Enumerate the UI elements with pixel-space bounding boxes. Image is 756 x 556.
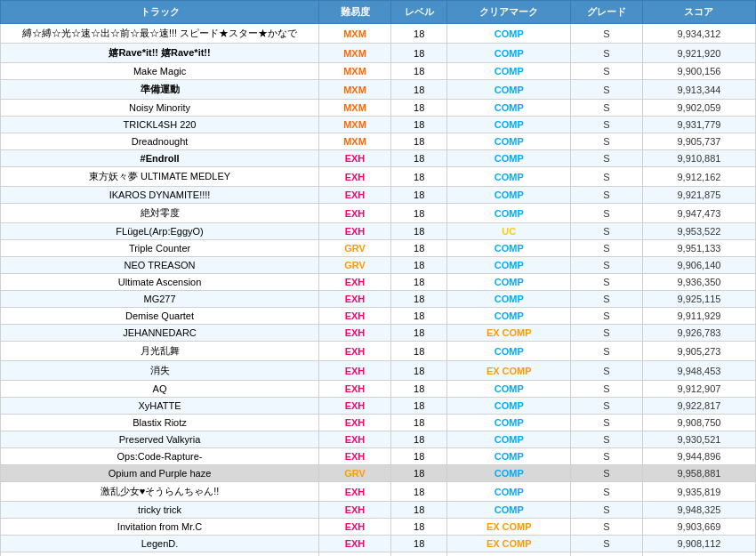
clear-mark: COMP (447, 465, 571, 482)
score: 9,944,896 (642, 448, 755, 465)
clear-mark: COMP (447, 308, 571, 325)
header-grade: グレード (571, 1, 643, 24)
score: 9,911,929 (642, 308, 755, 325)
grade: S (571, 536, 643, 552)
table-row: Preserved ValkyriaEXH18COMPS9,930,521 (1, 431, 756, 448)
score: 9,930,521 (642, 431, 755, 448)
table-row: 嬉Rave*it!! 嬉Rave*it!!MXM18COMPS9,921,920 (1, 44, 756, 63)
grade: S (571, 223, 643, 240)
clear-mark: COMP (447, 381, 571, 398)
grade: S (571, 415, 643, 431)
score: 9,922,817 (642, 398, 755, 415)
difficulty: MXM (319, 133, 391, 150)
track-name: Noisy Minority (1, 100, 319, 117)
difficulty: EXH (319, 342, 391, 361)
track-name: 月光乱舞 (1, 342, 319, 361)
level: 18 (390, 325, 447, 342)
difficulty: EXH (319, 361, 391, 381)
grade: S (571, 308, 643, 325)
grade: S (571, 482, 643, 502)
clear-mark: COMP (447, 24, 571, 44)
difficulty: EXH (319, 204, 391, 223)
grade: S (571, 117, 643, 133)
clear-mark: COMP (447, 44, 571, 63)
level: 18 (390, 482, 447, 502)
track-name: 東方妖々夢 ULTIMATE MEDLEY (1, 167, 319, 187)
level: 18 (390, 223, 447, 240)
clear-mark: COMP (447, 274, 571, 291)
difficulty: MXM (319, 117, 391, 133)
score: 9,925,115 (642, 291, 755, 308)
difficulty: MXM (319, 63, 391, 80)
difficulty: MXM (319, 24, 391, 44)
level: 18 (390, 133, 447, 150)
score: 9,903,669 (642, 519, 755, 536)
track-name: 嬉Rave*it!! 嬉Rave*it!! (1, 44, 319, 63)
table-row: Ultimate AscensionEXH18COMPS9,936,350 (1, 274, 756, 291)
difficulty: MXM (319, 100, 391, 117)
table-row: Demise QuartetEXH18COMPS9,911,929 (1, 308, 756, 325)
difficulty: EXH (319, 187, 391, 204)
score: 9,905,273 (642, 342, 755, 361)
difficulty: EXH (319, 415, 391, 431)
grade: S (571, 431, 643, 448)
track-name: Blastix Riotz (1, 415, 319, 431)
difficulty: GRV (319, 257, 391, 274)
clear-mark: COMP (447, 117, 571, 133)
header-track: トラック (1, 1, 319, 24)
level: 18 (390, 291, 447, 308)
difficulty: EXH (319, 381, 391, 398)
grade: S (571, 342, 643, 361)
track-name: TRICKL4SH 220 (1, 117, 319, 133)
score: 9,908,112 (642, 536, 755, 552)
clear-mark: COMP (447, 448, 571, 465)
level: 18 (390, 274, 447, 291)
level: 18 (390, 80, 447, 100)
score: 9,934,312 (642, 24, 755, 44)
clear-mark: COMP (447, 342, 571, 361)
level: 18 (390, 519, 447, 536)
score: 9,926,783 (642, 325, 755, 342)
clear-mark: UC (447, 223, 571, 240)
difficulty: EXH (319, 448, 391, 465)
grade: S (571, 63, 643, 80)
table-row: 激乱少女♥そうらんちゃん!!EXH18COMPS9,935,819 (1, 482, 756, 502)
grade: S (571, 381, 643, 398)
table-row: 消失EXH18EX COMPS9,948,453 (1, 361, 756, 381)
clear-mark: COMP (447, 257, 571, 274)
clear-mark: COMP (447, 398, 571, 415)
score: 9,951,133 (642, 240, 755, 257)
table-row: VILE CATEXH18COMPS9,954,971 (1, 552, 756, 557)
level: 18 (390, 204, 447, 223)
grade: S (571, 167, 643, 187)
table-row: Blastix RiotzEXH18COMPS9,908,750 (1, 415, 756, 431)
table-row: Triple CounterGRV18COMPS9,951,133 (1, 240, 756, 257)
track-name: Ultimate Ascension (1, 274, 319, 291)
difficulty: EXH (319, 502, 391, 519)
grade: S (571, 133, 643, 150)
table-row: DreadnoughtMXM18COMPS9,905,737 (1, 133, 756, 150)
table-row: JEHANNEDARCEXH18EX COMPS9,926,783 (1, 325, 756, 342)
grade: S (571, 325, 643, 342)
track-name: Triple Counter (1, 240, 319, 257)
level: 18 (390, 63, 447, 80)
table-row: 縛☆縛☆光☆速☆出☆前☆最☆速!!! スピード★スター★かなでMXM18COMP… (1, 24, 756, 44)
table-row: 東方妖々夢 ULTIMATE MEDLEYEXH18COMPS9,912,162 (1, 167, 756, 187)
difficulty: EXH (319, 274, 391, 291)
grade: S (571, 552, 643, 557)
track-name: tricky trick (1, 502, 319, 519)
score: 9,948,453 (642, 361, 755, 381)
clear-mark: COMP (447, 552, 571, 557)
header-diff: 難易度 (319, 1, 391, 24)
difficulty: EXH (319, 308, 391, 325)
level: 18 (390, 187, 447, 204)
difficulty: EXH (319, 150, 391, 167)
track-name: 縛☆縛☆光☆速☆出☆前☆最☆速!!! スピード★スター★かなで (1, 24, 319, 44)
track-name: FLügeL(Arp:EggyO) (1, 223, 319, 240)
clear-mark: COMP (447, 187, 571, 204)
difficulty: EXH (319, 552, 391, 557)
score: 9,936,350 (642, 274, 755, 291)
level: 18 (390, 150, 447, 167)
score: 9,912,162 (642, 167, 755, 187)
score-table: トラック 難易度 レベル クリアマーク グレード スコア 縛☆縛☆光☆速☆出☆前… (0, 0, 756, 556)
